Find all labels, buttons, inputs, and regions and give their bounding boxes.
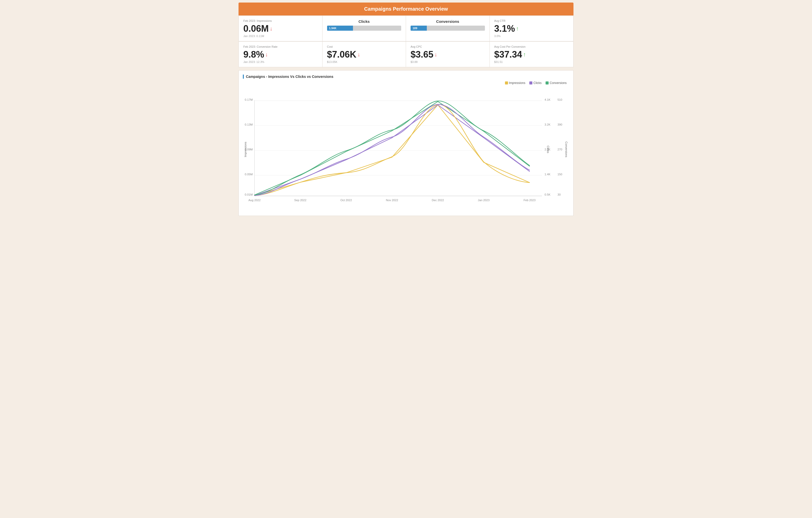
svg-text:Conversions: Conversions	[565, 142, 568, 157]
avg-ctr-label: Avg CTR	[494, 19, 569, 22]
svg-text:0.5K: 0.5K	[545, 193, 551, 196]
chart-title: Campaigns - Impressions Vs Clicks vs Con…	[243, 74, 569, 79]
impressions-value: 0.06M ↓	[243, 23, 318, 34]
svg-text:390: 390	[557, 123, 562, 126]
legend-impressions: Impressions	[505, 81, 525, 85]
legend-conversions: Conversions	[546, 81, 567, 85]
legend-clicks: Clicks	[529, 81, 542, 85]
conv-rate-label: Feb 2023: Conversion Rate	[243, 45, 318, 48]
avg-cpc-value: $3.65 ↓	[411, 49, 485, 60]
svg-text:150: 150	[557, 173, 562, 176]
clicks-label: Clicks	[327, 19, 401, 24]
impressions-sub: Jan 2023: 0.11M	[243, 34, 318, 37]
svg-text:Sep 2022: Sep 2022	[294, 199, 307, 202]
dashboard: Campaigns Performance Overview Feb 2023:…	[236, 0, 576, 218]
legend-impressions-label: Impressions	[509, 81, 525, 85]
avg-ctr-sub: 3.0%	[494, 34, 569, 37]
legend-impressions-dot	[505, 82, 508, 85]
conv-rate-trend-icon: ↓	[265, 51, 268, 58]
cost-trend-icon: ↓	[357, 51, 360, 58]
svg-text:1.4K: 1.4K	[545, 173, 551, 176]
avg-cpc-trend-icon: ↓	[434, 51, 437, 58]
metrics-top-row: Feb 2023: Impressions 0.06M ↓ Jan 2023: …	[238, 16, 574, 41]
svg-text:Oct 2022: Oct 2022	[340, 199, 352, 202]
clicks-progress-fill: 1.94K	[327, 26, 353, 31]
chart-section: Campaigns - Impressions Vs Clicks vs Con…	[238, 70, 574, 216]
clicks-progress-bg: 1.94K	[327, 26, 401, 31]
svg-text:0.01M: 0.01M	[245, 193, 253, 196]
svg-text:Impressions: Impressions	[244, 142, 247, 157]
legend-clicks-dot	[529, 82, 532, 85]
clicks-progress-container: 1.94K	[327, 26, 401, 31]
svg-text:0.17M: 0.17M	[245, 98, 253, 101]
svg-text:4.1K: 4.1K	[545, 98, 551, 101]
impressions-trend-icon: ↓	[270, 25, 272, 32]
svg-text:Jan 2023: Jan 2023	[478, 199, 490, 202]
chart-svg: 0.17M 0.13M 0.09M 0.05M 0.01M 4.1K 3.2K …	[243, 87, 569, 212]
cost-value: $7.06K ↓	[327, 49, 401, 60]
svg-text:Clicks: Clicks	[547, 146, 550, 153]
svg-text:0.05M: 0.05M	[245, 173, 253, 176]
svg-text:270: 270	[557, 148, 562, 151]
cost-sub: $13.05K	[327, 60, 401, 63]
chart-legend: Impressions Clicks Conversions	[505, 81, 567, 85]
legend-conversions-dot	[546, 82, 549, 85]
legend-clicks-label: Clicks	[533, 81, 542, 85]
cost-label: Cost	[327, 45, 401, 48]
svg-text:Dec 2022: Dec 2022	[432, 199, 444, 202]
avg-cost-conv-label: Avg Cost Per Conversion	[494, 45, 569, 48]
metric-conversion-rate: Feb 2023: Conversion Rate 9.8% ↓ Jan 202…	[239, 41, 322, 67]
conv-rate-sub: Jan 2023: 12.3%	[243, 60, 318, 63]
legend-conversions-label: Conversions	[550, 81, 567, 85]
metric-impressions: Feb 2023: Impressions 0.06M ↓ Jan 2023: …	[239, 16, 322, 41]
conv-rate-value: 9.8% ↓	[243, 49, 318, 60]
metric-conversions: Conversions 189	[406, 16, 490, 41]
avg-cost-conv-trend-icon: ↑	[523, 51, 526, 58]
metric-clicks: Clicks 1.94K	[322, 16, 406, 41]
svg-text:510: 510	[557, 98, 562, 101]
conversions-label: Conversions	[411, 19, 485, 24]
avg-cpc-label: Avg CPC	[411, 45, 485, 48]
svg-text:Feb 2023: Feb 2023	[523, 199, 535, 202]
metric-cost: Cost $7.06K ↓ $13.05K	[322, 41, 406, 67]
svg-text:0.13M: 0.13M	[245, 123, 253, 126]
avg-ctr-value: 3.1% ↑	[494, 23, 569, 34]
metric-avg-ctr: Avg CTR 3.1% ↑ 3.0%	[490, 16, 574, 41]
page-header: Campaigns Performance Overview	[238, 3, 574, 16]
svg-text:3.2K: 3.2K	[545, 123, 551, 126]
avg-cost-conv-value: $37.34 ↑	[494, 49, 569, 60]
svg-text:30: 30	[557, 193, 560, 196]
metrics-bottom-row: Feb 2023: Conversion Rate 9.8% ↓ Jan 202…	[238, 41, 574, 67]
conversions-progress-container: 189	[411, 26, 485, 31]
avg-cpc-sub: $3.88	[411, 60, 485, 63]
avg-ctr-trend-icon: ↑	[516, 25, 519, 32]
page-title: Campaigns Performance Overview	[364, 6, 448, 12]
avg-cost-conv-sub: $31.51	[494, 60, 569, 63]
svg-text:Aug 2022: Aug 2022	[249, 199, 261, 202]
metric-avg-cost-conv: Avg Cost Per Conversion $37.34 ↑ $31.51	[490, 41, 574, 67]
conversions-progress-bg: 189	[411, 26, 485, 31]
metric-avg-cpc: Avg CPC $3.65 ↓ $3.88	[406, 41, 490, 67]
impressions-label: Feb 2023: Impressions	[243, 19, 318, 22]
svg-text:Nov 2022: Nov 2022	[386, 199, 398, 202]
chart-wrapper: Impressions Clicks Conversions 0.17M 0.1…	[243, 81, 569, 213]
conversions-progress-fill: 189	[411, 26, 427, 31]
